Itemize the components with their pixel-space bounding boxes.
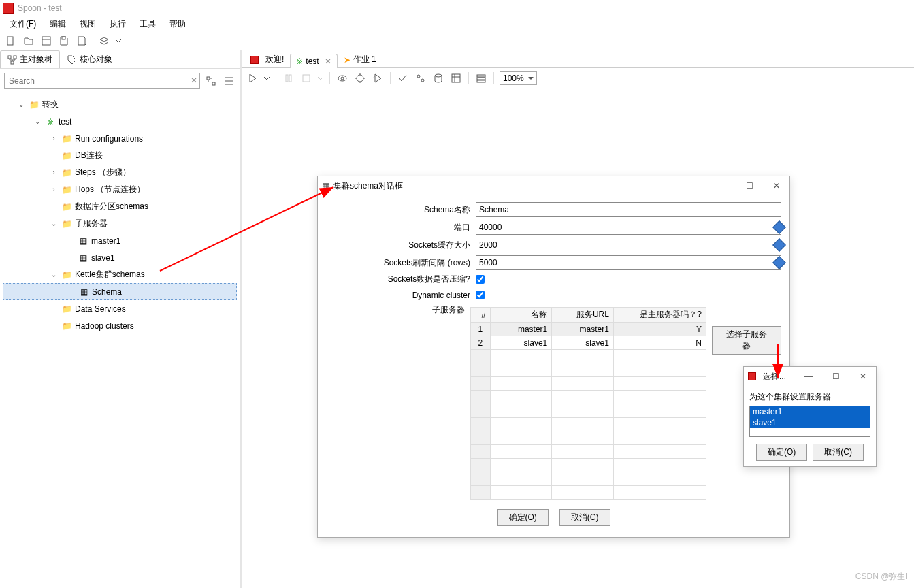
svg-point-19 bbox=[421, 79, 424, 82]
new-icon[interactable] bbox=[4, 34, 18, 48]
maximize-icon[interactable]: ☐ bbox=[740, 181, 758, 191]
stop-icon[interactable] bbox=[299, 71, 313, 85]
separator bbox=[93, 35, 93, 47]
minimize-icon[interactable]: ― bbox=[800, 372, 817, 381]
tree-test[interactable]: ⌄※test bbox=[3, 113, 237, 130]
verify-icon[interactable] bbox=[396, 71, 410, 85]
folder-icon: 📁 bbox=[61, 218, 72, 229]
list-item[interactable]: master1 bbox=[750, 406, 870, 417]
separator bbox=[493, 72, 494, 84]
watermark: CSDN @弥生i bbox=[855, 571, 907, 583]
svg-rect-4 bbox=[8, 56, 11, 59]
label-buffer: Sockets缓存大小 bbox=[326, 240, 476, 251]
cancel-button[interactable]: 取消(C) bbox=[559, 509, 610, 526]
saveas-icon[interactable] bbox=[75, 34, 88, 48]
tree-hadoop[interactable]: ›📁Hadoop clusters bbox=[3, 317, 237, 334]
checkbox-compress[interactable] bbox=[476, 275, 485, 284]
close-tab-icon[interactable]: ✕ bbox=[325, 56, 331, 66]
tab-job[interactable]: ➤作业 1 bbox=[338, 51, 382, 67]
table-row[interactable]: 1master1master1Y bbox=[471, 323, 706, 336]
tab-welcome[interactable]: 欢迎! bbox=[244, 51, 290, 67]
dropdown-icon[interactable] bbox=[317, 71, 324, 85]
close-icon[interactable]: ✕ bbox=[768, 181, 785, 191]
cancel-button[interactable]: 取消(C) bbox=[813, 444, 864, 461]
col-name: 名称 bbox=[490, 308, 552, 323]
subserver-table[interactable]: # 名称 服务URL 是主服务器吗？? 1master1master1Y2sla… bbox=[470, 307, 706, 500]
tree-db[interactable]: ›📁DB连接 bbox=[3, 147, 237, 164]
open-icon[interactable] bbox=[22, 34, 35, 48]
explore-icon[interactable] bbox=[39, 34, 53, 48]
preview-icon[interactable] bbox=[336, 71, 349, 85]
menu-edit[interactable]: 编辑 bbox=[43, 17, 73, 31]
tree-subserver[interactable]: ⌄📁子服务器 bbox=[3, 215, 237, 232]
server-listbox[interactable]: master1slave1 bbox=[749, 406, 870, 437]
svg-rect-7 bbox=[207, 77, 210, 80]
left-panel: 主对象树 核心对象 ✕ ⌄📁转换 ⌄※test ›📁Run configurat… bbox=[0, 50, 242, 588]
search-box: ✕ bbox=[4, 73, 200, 89]
debug-icon[interactable] bbox=[353, 71, 367, 85]
pause-icon[interactable] bbox=[282, 71, 295, 85]
tab-object-tree-label: 主对象树 bbox=[20, 54, 52, 65]
collapse-icon[interactable] bbox=[222, 74, 235, 88]
minimize-icon[interactable]: ― bbox=[713, 181, 731, 191]
impact-icon[interactable] bbox=[414, 71, 427, 85]
tree-master1[interactable]: ›▦master1 bbox=[3, 232, 237, 249]
replay-icon[interactable] bbox=[371, 71, 385, 85]
expand-icon[interactable] bbox=[204, 74, 218, 88]
dialog-titlebar[interactable]: ▦ 集群schema对话框 ― ☐ ✕ bbox=[318, 176, 789, 195]
tree-slave1[interactable]: ›▦slave1 bbox=[3, 249, 237, 266]
job-icon: ➤ bbox=[344, 55, 350, 65]
ok-button[interactable]: 确定(O) bbox=[756, 444, 807, 461]
tree-schema[interactable]: ›▦Schema bbox=[3, 283, 237, 300]
table-row[interactable]: 2slave1slave1N bbox=[471, 336, 706, 350]
menu-view[interactable]: 视图 bbox=[73, 17, 103, 31]
tree-runcfg[interactable]: ›📁Run configurations bbox=[3, 130, 237, 147]
menu-help[interactable]: 帮助 bbox=[163, 17, 193, 31]
label-schema-name: Schema名称 bbox=[326, 204, 476, 216]
zoom-select[interactable]: 100% bbox=[500, 71, 537, 85]
tab-test[interactable]: ※test✕ bbox=[290, 54, 337, 68]
select-server-dialog: 选择... ― ☐ ✕ 为这个集群设置服务器 master1slave1 确定(… bbox=[743, 366, 877, 467]
sql-icon[interactable] bbox=[431, 71, 445, 85]
tree-dataservices[interactable]: ›📁Data Services bbox=[3, 300, 237, 317]
svg-rect-6 bbox=[11, 61, 14, 64]
ok-button[interactable]: 确定(O) bbox=[497, 509, 549, 526]
select-subserver-button[interactable]: 选择子服务器 bbox=[712, 326, 781, 355]
search-input[interactable] bbox=[4, 73, 200, 89]
list-item[interactable]: slave1 bbox=[750, 417, 870, 428]
menu-file[interactable]: 文件(F) bbox=[3, 17, 43, 31]
left-tabs: 主对象树 核心对象 bbox=[0, 50, 240, 69]
tree-root[interactable]: ⌄📁转换 bbox=[3, 96, 237, 113]
input-buffer[interactable] bbox=[476, 238, 781, 252]
close-icon[interactable]: ✕ bbox=[854, 372, 872, 381]
svg-rect-22 bbox=[477, 75, 485, 77]
label-dynamic: Dynamic cluster bbox=[326, 291, 476, 300]
input-flush[interactable] bbox=[476, 255, 781, 270]
maximize-icon[interactable]: ☐ bbox=[827, 372, 845, 381]
svg-rect-21 bbox=[452, 74, 460, 82]
input-schema-name[interactable] bbox=[476, 202, 781, 217]
clear-search-icon[interactable]: ✕ bbox=[191, 76, 197, 85]
dialog-titlebar[interactable]: 选择... ― ☐ ✕ bbox=[744, 367, 876, 386]
checkbox-dynamic[interactable] bbox=[476, 291, 485, 299]
tree-cluster[interactable]: ⌄📁Kettle集群schemas bbox=[3, 266, 237, 283]
show-results-icon[interactable] bbox=[474, 71, 488, 85]
input-port[interactable] bbox=[476, 220, 781, 235]
tab-object-tree[interactable]: 主对象树 bbox=[0, 50, 60, 68]
svg-rect-1 bbox=[42, 37, 50, 45]
object-tree: ⌄📁转换 ⌄※test ›📁Run configurations ›📁DB连接 … bbox=[0, 93, 240, 588]
menu-run[interactable]: 执行 bbox=[103, 17, 133, 31]
perspective-icon[interactable] bbox=[97, 34, 111, 48]
dropdown-icon[interactable] bbox=[115, 34, 122, 48]
dropdown-icon[interactable] bbox=[263, 71, 270, 85]
tree-hops[interactable]: ›📁Hops （节点连接） bbox=[3, 181, 237, 198]
tree-steps[interactable]: ›📁Steps （步骤） bbox=[3, 164, 237, 181]
play-icon[interactable] bbox=[246, 71, 259, 85]
svg-rect-0 bbox=[7, 37, 13, 45]
tree-dbpart[interactable]: ›📁数据库分区schemas bbox=[3, 198, 237, 215]
menu-tool[interactable]: 工具 bbox=[133, 17, 163, 31]
folder-icon: 📁 bbox=[61, 321, 72, 331]
tab-core-objects[interactable]: 核心对象 bbox=[60, 50, 120, 68]
explore-db-icon[interactable] bbox=[449, 71, 463, 85]
save-icon[interactable] bbox=[57, 34, 71, 48]
